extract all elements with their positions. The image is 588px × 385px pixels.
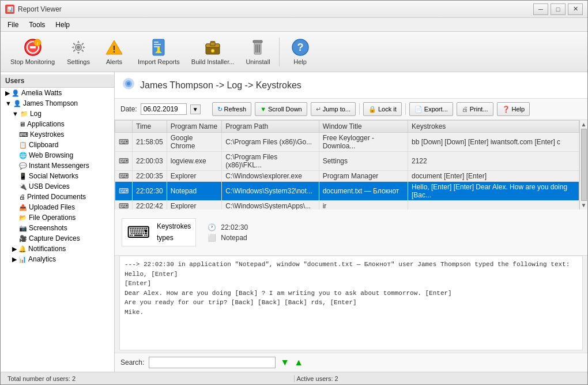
help-button[interactable]: ? Help (283, 35, 318, 68)
row-window: Program Manager (319, 171, 408, 182)
scroll-thumb[interactable] (581, 129, 587, 201)
date-input[interactable] (141, 103, 187, 115)
settings-button[interactable]: Settings (61, 35, 96, 68)
date-dropdown-button[interactable]: ▼ (190, 104, 201, 114)
table-row-selected[interactable]: ⌨ 22:02:30 Notepad C:\Windows\System32\n… (115, 182, 579, 201)
toolbar-separator (279, 38, 280, 66)
sidebar-item-uploaded-files[interactable]: 📤 Uploaded Files (1, 202, 114, 212)
build-installer-button[interactable]: Build Installer... (186, 35, 240, 68)
sidebar-item-screenshots[interactable]: 📷 Screenshots (1, 223, 114, 233)
sidebar-label-keystrokes: Keystrokes (30, 130, 64, 139)
table-row[interactable]: ⌨ 22:00:03 logview.exe C:\Program Files … (115, 152, 579, 171)
col-path: Program Path (222, 121, 319, 133)
jump-to-button[interactable]: ↵ Jump to... (311, 102, 356, 116)
sidebar-label-social-networks: Social Networks (29, 172, 78, 180)
minimize-button[interactable]: ─ (533, 3, 548, 15)
breadcrumb-bar: James Thompson -> Log -> Keystrokes (115, 72, 587, 99)
stop-monitoring-button[interactable]: ! Stop Monitoring (5, 35, 60, 68)
row-keys: document [Enter] [Enter] (408, 171, 579, 182)
col-program: Program Name (167, 121, 221, 133)
detail-info: 🕐 22:02:30 ⬜ Notepad (208, 223, 248, 242)
maximize-button[interactable]: □ (551, 3, 566, 15)
date-bar-sep1 (359, 103, 360, 115)
sidebar-label-log: Log (30, 110, 42, 118)
menu-tools[interactable]: Tools (24, 20, 50, 30)
detail-program-row: ⬜ Notepad (208, 234, 248, 242)
sidebar-item-usb-devices[interactable]: 🔌 USB Devices (1, 181, 114, 192)
row-path: C:\Windows\SystemApps\... (222, 201, 319, 210)
sidebar-item-james[interactable]: ▼ 👤 James Thompson (1, 98, 114, 109)
text-line-5: Are you ready for our trip? [Back] [Back… (125, 298, 578, 308)
title-bar-left: 📊 Report Viewer (5, 5, 62, 14)
folder-icon-log: 📁 (20, 110, 28, 118)
help-action-icon: ❓ (502, 106, 510, 113)
sidebar-header: Users (1, 74, 114, 88)
sidebar-item-analytics[interactable]: ▶ 📊 Analytics (1, 254, 114, 264)
row-keys (408, 201, 579, 210)
search-next-button[interactable]: ▼ (280, 357, 289, 368)
row-path: C:\Program Files (x86)\FKL... (222, 152, 319, 171)
row-time: 22:00:03 (133, 152, 167, 171)
lock-it-button[interactable]: 🔒 Lock it (363, 102, 402, 116)
menu-help[interactable]: Help (51, 20, 74, 30)
export-button[interactable]: 📄 Export... (409, 102, 453, 116)
help-action-button[interactable]: ❓ Help (497, 102, 530, 116)
menu-file[interactable]: File (3, 20, 23, 30)
sidebar-item-log[interactable]: ▼ 📁 Log (1, 109, 114, 119)
text-content-area: ---> 22:02:30 in application "Notepad", … (119, 256, 583, 350)
close-button[interactable]: ✕ (568, 3, 583, 15)
scroll-down-arrow[interactable]: ▼ (581, 202, 587, 208)
row-icon: ⌨ (115, 182, 133, 201)
alerts-icon: ! (105, 38, 123, 57)
sidebar-label-web-browsing: Web Browsing (29, 151, 73, 159)
sidebar-item-amelia[interactable]: ▶ 👤 Amelia Watts (1, 88, 114, 98)
sidebar-item-applications[interactable]: 🖥 Applications (1, 119, 114, 129)
jump-icon: ↵ (316, 106, 321, 113)
scroll-down-button[interactable]: ▼ Scroll Down (255, 102, 307, 116)
main-area: Users ▶ 👤 Amelia Watts ▼ 👤 James Thompso… (1, 72, 587, 372)
table-scroll[interactable]: Time Program Name Program Path Window Ti… (115, 120, 579, 210)
search-prev-button[interactable]: ▲ (294, 357, 303, 368)
row-program: Google Chrome (167, 133, 221, 152)
table-scrollbar[interactable]: ▲ ▼ (579, 120, 587, 210)
row-keys: 2122 (408, 152, 579, 171)
clipboard-icon: 📋 (19, 141, 27, 149)
table-row[interactable]: ⌨ 22:00:35 Explorer C:\Windows\explorer.… (115, 171, 579, 182)
sidebar-item-capture-devices[interactable]: 🎥 Capture Devices (1, 233, 114, 244)
sidebar-item-instant-messengers[interactable]: 💬 Instant Messengers (1, 160, 114, 171)
screenshot-icon: 📷 (19, 225, 27, 232)
row-time: 22:02:30 (133, 182, 167, 201)
row-icon: ⌨ (115, 133, 133, 152)
sidebar-item-printed-documents[interactable]: 🖨 Printed Documents (1, 192, 114, 202)
sidebar-item-web-browsing[interactable]: 🌐 Web Browsing (1, 150, 114, 160)
row-time: 21:58:05 (133, 133, 167, 152)
row-window: document.txt — Блокнот (319, 182, 408, 201)
row-program: Explorer (167, 201, 221, 210)
row-path: C:\Windows\explorer.exe (222, 171, 319, 182)
help-label: Help (293, 58, 307, 65)
date-bar-sep2 (405, 103, 406, 115)
sidebar-item-notifications[interactable]: ▶ 🔔 Notifications (1, 244, 114, 254)
refresh-button[interactable]: ↻ Refresh (212, 102, 252, 116)
main-window: 📊 Report Viewer ─ □ ✕ File Tools Help ! (0, 0, 588, 385)
import-reports-button[interactable]: Import Reports (133, 35, 185, 68)
sidebar-item-file-operations[interactable]: 📂 File Operations (1, 212, 114, 223)
table-row[interactable]: ⌨ 21:58:05 Google Chrome C:\Program File… (115, 133, 579, 152)
sidebar-item-keystrokes[interactable]: ⌨ Keystrokes (1, 129, 114, 140)
svg-text:!: ! (36, 41, 38, 46)
alerts-button[interactable]: ! Alerts (97, 35, 131, 68)
print-button[interactable]: 🖨 Print... (457, 102, 493, 116)
camera-icon: 🎥 (19, 235, 27, 242)
text-line-3: [Enter] (125, 279, 578, 289)
table-row[interactable]: ⌨ 22:02:42 Explorer C:\Windows\SystemApp… (115, 201, 579, 210)
text-line-4: Dear Alex. How are you doing [Back] ? I … (125, 289, 578, 298)
uninstall-button[interactable]: Uninstall (240, 35, 275, 68)
app-list-icon: 🖥 (19, 121, 25, 128)
sidebar-item-clipboard[interactable]: 📋 Clipboard (1, 140, 114, 150)
search-input[interactable] (149, 357, 276, 368)
breadcrumb-icon (122, 77, 135, 94)
sidebar-item-social-networks[interactable]: 📱 Social Networks (1, 171, 114, 181)
expand-icon-notifications: ▶ (12, 245, 17, 253)
scroll-up-arrow[interactable]: ▲ (581, 121, 587, 128)
text-line-1: ---> 22:02:30 in application "Notepad", … (125, 260, 578, 270)
